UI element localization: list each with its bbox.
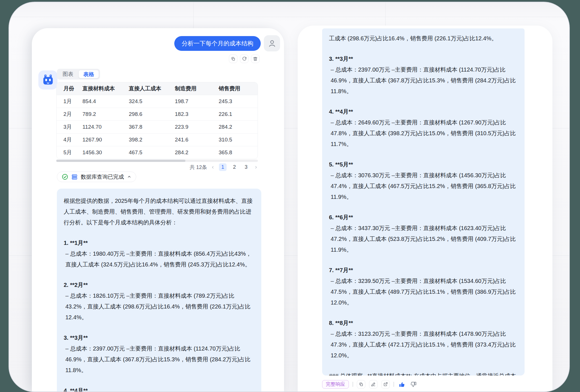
assistant-message-bubble-left: 根据您提供的数据，2025年每个月的成本结构可以通过直接材料成本、直接人工成本、… xyxy=(57,189,261,392)
analysis-section: 3. **3月** – 总成本：2397.00万元 –主要费用：直接材料成本 (… xyxy=(329,53,518,97)
analysis-section-heading: 5. **5月** xyxy=(329,159,518,170)
col-header-manufacturing: 制造费用 xyxy=(175,85,219,92)
analysis-section: 2. **2月** – 总成本：1826.10万元 –主要费用：直接材料成本 (… xyxy=(64,280,254,323)
col-header-labor: 直接人工成本 xyxy=(129,85,175,92)
analysis-sections: 1. **1月** – 总成本：1980.40万元 –主要费用：直接材料成本 (… xyxy=(64,237,254,392)
analysis-section: 4. **4月** – 总成本：2649.60万元 –主要费用：直接材料成本 (… xyxy=(64,385,254,392)
analysis-section-body: – 总成本：3076.30万元 –主要费用：直接材料成本 (1456.30万元)… xyxy=(329,170,518,202)
divider xyxy=(353,382,353,387)
cell-month: 1月 xyxy=(63,98,82,105)
regenerate-button[interactable] xyxy=(240,55,248,63)
thumbs-down-button[interactable] xyxy=(409,380,417,388)
chat-panel-left: 分析一下每个月的成本结构 xyxy=(32,28,284,392)
analysis-section-heading: 2. **2月** xyxy=(64,280,254,290)
message-actions xyxy=(229,55,260,63)
table-row: 5月 1456.30 467.5 284.2 365.8 xyxy=(57,146,258,159)
delete-button[interactable] xyxy=(251,55,260,63)
cell-labor: 398.2 xyxy=(129,137,175,143)
analysis-section-heading: 7. **7月** xyxy=(329,265,518,276)
cell-month: 4月 xyxy=(63,136,82,143)
partial-line: 工成本 (298.6万元)占比16.4%，销售费用 (226.1万元)占比12.… xyxy=(329,33,518,44)
refresh-icon xyxy=(242,57,246,61)
user-message-row: 分析一下每个月的成本结构 xyxy=(32,36,284,52)
view-tabs: 图表 表格 xyxy=(57,69,100,80)
table-row: 3月 1124.70 367.8 223.9 284.2 xyxy=(57,120,258,133)
edit-response-button[interactable] xyxy=(369,380,378,389)
copy-icon xyxy=(231,57,235,61)
tab-chart[interactable]: 图表 xyxy=(58,70,78,78)
page-1[interactable]: 1 xyxy=(219,163,227,171)
thumbs-up-button[interactable] xyxy=(398,380,406,388)
copy-icon xyxy=(359,382,363,387)
copy-response-button[interactable] xyxy=(357,380,365,389)
cell-month: 2月 xyxy=(63,110,82,118)
table-horizontal-scrollbar[interactable] xyxy=(56,160,258,162)
pencil-icon xyxy=(371,382,376,387)
chevron-left-icon[interactable] xyxy=(211,165,215,169)
share-icon xyxy=(383,382,388,387)
thumbs-down-icon xyxy=(410,381,417,388)
robot-icon xyxy=(42,74,54,86)
full-response-badge[interactable]: 完整响应 xyxy=(322,380,349,389)
copy-button[interactable] xyxy=(229,55,237,63)
cell-manufacturing: 182.3 xyxy=(175,111,219,117)
page-2[interactable]: 2 xyxy=(231,163,238,171)
analysis-section: 1. **1月** – 总成本：1980.40万元 –主要费用：直接材料成本 (… xyxy=(64,237,254,270)
analysis-section-body: – 总成本：1826.10万元 –主要费用：直接材料成本 (789.2万元)占比… xyxy=(64,290,254,323)
table-row: 1月 854.4 324.5 198.7 245.3 xyxy=(57,95,258,108)
thumbs-up-icon xyxy=(399,381,405,388)
analysis-section-heading: 8. **8月** xyxy=(329,318,518,328)
app-window: 分析一下每个月的成本结构 xyxy=(9,2,570,392)
table-header-row: 月份 直接材料成本 直接人工成本 制造费用 销售费用 xyxy=(57,82,258,95)
cell-material: 1456.30 xyxy=(82,149,129,156)
analysis-section: 4. **4月** – 总成本：2649.60万元 –主要费用：直接材料成本 (… xyxy=(329,106,518,149)
person-icon xyxy=(268,39,276,48)
analysis-section-body: – 总成本：3239.50万元 –主要费用：直接材料成本 (1534.60万元)… xyxy=(329,276,518,308)
cell-material: 854.4 xyxy=(82,98,129,105)
chat-panel-right: 工成本 (298.6万元)占比16.4%，销售费用 (226.1万元)占比12.… xyxy=(298,26,552,392)
cell-manufacturing: 241.6 xyxy=(175,137,219,143)
db-query-status[interactable]: 数据库查询已完成 xyxy=(57,172,136,182)
cell-material: 1124.70 xyxy=(82,124,129,130)
screen: 分析一下每个月的成本结构 xyxy=(0,0,580,392)
cell-sales: 245.3 xyxy=(219,98,258,105)
analysis-section-heading: 3. **3月** xyxy=(64,332,254,343)
db-query-status-label: 数据库查询已完成 xyxy=(81,173,124,181)
check-circle-icon xyxy=(62,174,68,180)
analysis-section-heading: 4. **4月** xyxy=(329,106,518,117)
cost-table: 月份 直接材料成本 直接人工成本 制造费用 销售费用 1月 854.4 324.… xyxy=(56,82,258,159)
analysis-section: 8. **8月** – 总成本：3123.20万元 –主要费用：直接材料成本 (… xyxy=(329,318,518,361)
divider xyxy=(393,382,394,387)
analysis-section-body: – 总成本：3437.30万元 –主要费用：直接材料成本 (1623.40万元)… xyxy=(329,223,518,255)
col-header-sales: 销售费用 xyxy=(219,85,258,92)
analysis-section-body: – 总成本：3123.20万元 –主要费用：直接材料成本 (1478.90万元)… xyxy=(329,328,518,361)
analysis-section-heading: 1. **1月** xyxy=(64,237,254,248)
cell-sales: 284.2 xyxy=(219,124,258,130)
cell-manufacturing: 198.7 xyxy=(175,98,219,105)
tab-table[interactable]: 表格 xyxy=(78,70,99,78)
pagination: 共 12条 1 2 3 xyxy=(190,163,258,171)
page-3[interactable]: 3 xyxy=(242,163,250,171)
cell-labor: 324.5 xyxy=(129,98,175,105)
cell-material: 789.2 xyxy=(82,111,129,117)
cell-material: 1267.90 xyxy=(82,137,129,143)
cell-sales: 226.1 xyxy=(219,111,258,117)
table-row: 4月 1267.90 398.2 241.6 310.5 xyxy=(57,133,258,146)
chevron-right-icon[interactable] xyxy=(254,165,258,169)
chevron-up-icon[interactable] xyxy=(127,175,131,179)
user-message-bubble: 分析一下每个月的成本结构 xyxy=(174,36,261,51)
user-avatar xyxy=(264,35,280,51)
analysis-section: 5. **5月** – 总成本：3076.30万元 –主要费用：直接材料成本 (… xyxy=(329,159,518,202)
analysis-intro: 根据您提供的数据，2025年每个月的成本结构可以通过直接材料成本、直接人工成本、… xyxy=(64,195,254,228)
analysis-section-body: – 总成本：2649.60万元 –主要费用：直接材料成本 (1267.90万元)… xyxy=(329,117,518,149)
analysis-sections-continued: 3. **3月** – 总成本：2397.00万元 –主要费用：直接材料成本 (… xyxy=(329,53,518,361)
analysis-section: 6. **6月** – 总成本：3437.30万元 –主要费用：直接材料成本 (… xyxy=(329,212,518,255)
share-response-button[interactable] xyxy=(381,380,390,389)
analysis-section-heading: 6. **6月** xyxy=(329,212,518,223)
table-row: 2月 789.2 298.6 182.3 226.1 xyxy=(57,108,258,120)
analysis-section-heading: 4. **4月** xyxy=(64,385,254,392)
cell-manufacturing: 223.9 xyxy=(175,124,219,130)
scrollbar-thumb[interactable] xyxy=(56,160,185,162)
bot-avatar xyxy=(38,70,57,89)
assistant-message-bubble-right: 工成本 (298.6万元)占比16.4%，销售费用 (226.1万元)占比12.… xyxy=(322,28,525,376)
